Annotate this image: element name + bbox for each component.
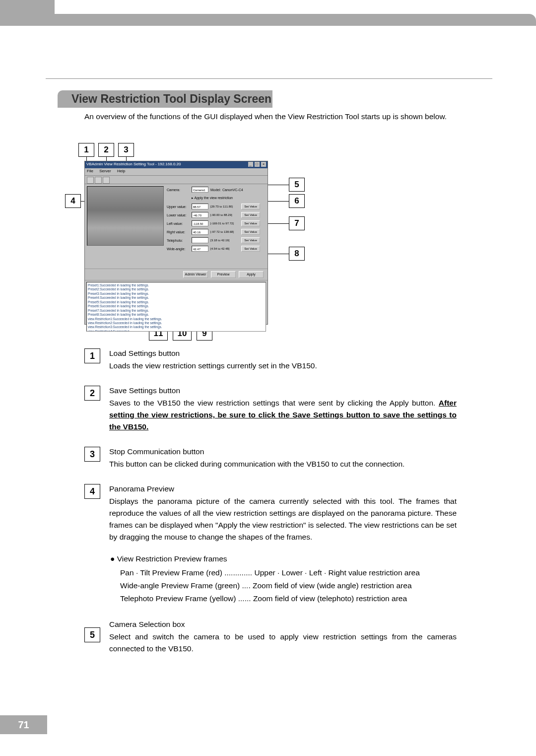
model-label: Model:: [210, 188, 221, 192]
callout-8: 8: [289, 247, 305, 261]
model-value: CanonVC-C4: [222, 188, 243, 192]
log-area: Preset1:Succeeded in loading the setting…: [86, 282, 266, 332]
definition-body: Displays the panorama picture of the cam…: [109, 495, 457, 543]
callout-1: 1: [78, 143, 94, 157]
set-value-button[interactable]: Set Value: [241, 237, 260, 243]
definition-item: 2 Save Settings button Saves to the VB15…: [84, 385, 457, 433]
definition-content: Save Settings button Saves to the VB150 …: [109, 385, 457, 433]
definition-number: 3: [84, 447, 100, 462]
callout-3: 3: [118, 143, 134, 157]
callout-6: 6: [289, 194, 305, 208]
row-label: Right value:: [167, 230, 192, 234]
settings-row: Left value:-118.50[-169.01 to 97.72]Set …: [167, 220, 266, 227]
callout-5: 5: [289, 178, 305, 192]
camera-label: Camera:: [167, 188, 192, 192]
row-input[interactable]: 88.57: [192, 204, 208, 209]
settings-panel: Camera: Camera1 Model: CanonVC-C4 ▸ Appl…: [167, 186, 266, 267]
sublist-row: Pan · Tilt Preview Frame (red) .........…: [120, 567, 457, 579]
settings-row: Lower value:-46.70[-90.00 to 88.29]Set V…: [167, 211, 266, 218]
menu-file[interactable]: File: [87, 169, 93, 173]
admin-viewer-button[interactable]: Admin Viewer: [183, 271, 208, 278]
definition-number: 4: [84, 484, 100, 499]
row-range: [4.54 to 42.48]: [210, 247, 241, 250]
preview-button[interactable]: Preview: [211, 271, 236, 278]
set-value-button[interactable]: Set Value: [241, 204, 260, 209]
definition-title: Load Settings button: [109, 347, 457, 359]
toolbar: [85, 175, 268, 184]
divider: [46, 78, 492, 79]
definition-body: Select and switch the camera to be used …: [109, 631, 457, 655]
definition-content: Camera Selection box Select and switch t…: [109, 619, 457, 655]
set-value-button[interactable]: Set Value: [241, 246, 260, 252]
definition-body: Loads the view restriction settings curr…: [109, 360, 457, 372]
definition-title: Camera Selection box: [109, 619, 457, 630]
definition-item: 4 Panorama Preview Displays the panorama…: [84, 483, 457, 606]
apply-button[interactable]: Apply: [239, 271, 264, 278]
window-controls: _ □ ×: [248, 162, 266, 168]
definition-content: Panorama Preview Displays the panorama p…: [109, 483, 457, 606]
camera-select[interactable]: Camera1: [192, 187, 208, 193]
window-title: VBAdmin View Restriction Setting Tool - …: [86, 162, 181, 168]
definition-number: 2: [84, 386, 100, 401]
set-value-button[interactable]: Set Value: [241, 229, 260, 235]
definition-sublist: ● View Restriction Preview frames Pan · …: [109, 553, 457, 605]
definition-number: 1: [84, 348, 100, 363]
app-window: VBAdmin View Restriction Setting Tool - …: [84, 161, 268, 325]
section-title-tab: View Restriction Tool Display Screen: [58, 90, 272, 108]
sublist-row: Wide-angle Preview Frame (green) .... Zo…: [120, 580, 457, 592]
close-icon[interactable]: ×: [261, 162, 266, 167]
row-label: Telephoto:: [167, 239, 192, 242]
definition-list: 1 Load Settings button Loads the view re…: [84, 347, 457, 655]
row-label: Upper value:: [167, 205, 192, 208]
definition-title: Save Settings button: [109, 385, 457, 397]
row-input[interactable]: [192, 237, 208, 243]
stop-communication-button[interactable]: [103, 177, 110, 184]
callout-7: 7: [289, 216, 305, 230]
panorama-preview[interactable]: [87, 186, 164, 246]
settings-row: Wide-angle:42.47[4.54 to 42.48]Set Value: [167, 245, 266, 252]
row-label: Left value:: [167, 222, 192, 225]
section-title: View Restriction Tool Display Screen: [59, 92, 271, 105]
definition-body: This button can be clicked during commun…: [109, 458, 457, 470]
menu-bar: File Server Help: [85, 168, 268, 175]
menu-server[interactable]: Server: [99, 169, 111, 173]
definition-item: 5 Camera Selection box Select and switch…: [84, 619, 457, 655]
page-number: 71: [0, 715, 47, 734]
load-settings-button[interactable]: [87, 177, 94, 184]
row-range: [29.73 to 111.80]: [210, 205, 241, 208]
maximize-icon[interactable]: □: [255, 162, 260, 167]
row-input[interactable]: -118.50: [192, 220, 208, 226]
sublist-title: ● View Restriction Preview frames: [110, 553, 457, 565]
sublist-row: Telephoto Preview Frame (yellow) ...... …: [120, 593, 457, 605]
row-label: Lower value:: [167, 213, 192, 217]
row-label: Wide-angle:: [167, 247, 192, 251]
page-header-bar: [0, 14, 536, 26]
row-input[interactable]: -46.70: [192, 212, 208, 218]
callout-2: 2: [98, 143, 114, 157]
definition-item: 3 Stop Communication button This button …: [84, 446, 457, 470]
apply-restriction-checkbox[interactable]: ▸ Apply the view restriction: [192, 196, 233, 200]
menu-help[interactable]: Help: [117, 169, 125, 173]
definition-body: Saves to the VB150 the view restriction …: [109, 397, 457, 433]
callout-4: 4: [65, 194, 81, 208]
definition-title: Panorama Preview: [109, 483, 457, 495]
app-main: Camera: Camera1 Model: CanonVC-C4 ▸ Appl…: [85, 184, 268, 269]
minimize-icon[interactable]: _: [248, 162, 253, 167]
row-input[interactable]: 42.47: [192, 246, 208, 252]
app-titlebar: VBAdmin View Restriction Setting Tool - …: [85, 161, 268, 168]
row-range: [-97.72 to 138.68]: [210, 230, 241, 233]
settings-row: Upper value:88.57[29.73 to 111.80]Set Va…: [167, 203, 266, 210]
set-value-button[interactable]: Set Value: [241, 212, 260, 218]
save-settings-button[interactable]: [95, 177, 102, 184]
row-range: [-90.00 to 88.29]: [210, 213, 241, 216]
intro-paragraph: An overview of the functions of the GUI …: [84, 110, 456, 123]
definition-content: Stop Communication button This button ca…: [109, 446, 457, 470]
row-input[interactable]: 40.16: [192, 229, 208, 235]
definition-item: 1 Load Settings button Loads the view re…: [84, 347, 457, 372]
row-range: [-169.01 to 97.72]: [210, 222, 241, 225]
definition-title: Stop Communication button: [109, 446, 457, 458]
row-range: [3.18 to 42.19]: [210, 239, 241, 242]
set-value-button[interactable]: Set Value: [241, 220, 260, 226]
settings-row: Right value:40.16[-97.72 to 138.68]Set V…: [167, 228, 266, 235]
definition-content: Load Settings button Loads the view rest…: [109, 347, 457, 372]
